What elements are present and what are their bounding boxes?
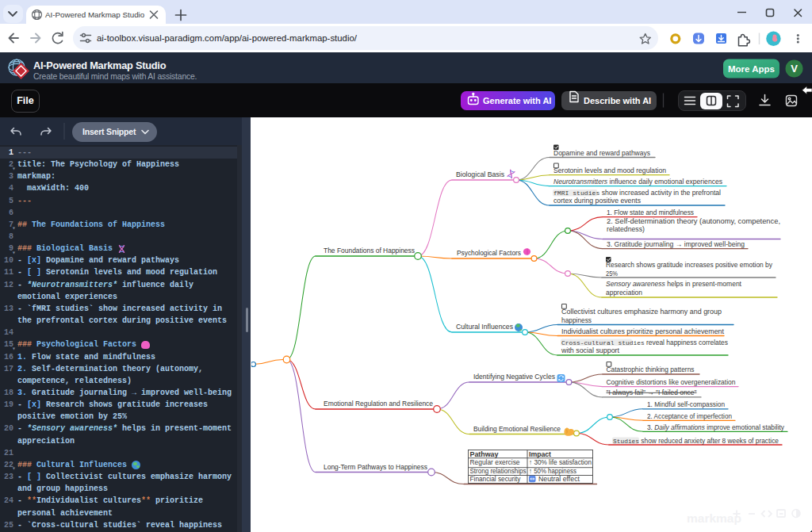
- svg-text:1. Flow state and mindfulness: 1. Flow state and mindfulness: [607, 209, 694, 216]
- svg-text:Cross-cultural studies reveal: Cross-cultural studies reveal happiness …: [561, 339, 728, 346]
- svg-text:with social support: with social support: [561, 346, 620, 354]
- svg-text:3. Daily affirmations improve: 3. Daily affirmations improve emotional …: [647, 423, 785, 431]
- svg-text:Impact: Impact: [529, 450, 551, 458]
- svg-text:Cultural Influences: Cultural Influences: [456, 323, 514, 331]
- svg-text:"I always fail" → "I failed on: "I always fail" → "I failed once": [607, 388, 697, 396]
- svg-text:Psychological Factors: Psychological Factors: [457, 249, 522, 257]
- svg-text:Research shows gratitude incre: Research shows gratitude increases posit…: [606, 261, 773, 269]
- svg-text:3. Gratitude journaling → impr: 3. Gratitude journaling → improved well-…: [607, 240, 745, 248]
- svg-text:Financial security: Financial security: [470, 475, 522, 483]
- svg-text:relatedness): relatedness): [607, 225, 645, 233]
- svg-text:More Apps: More Apps: [728, 64, 775, 74]
- svg-text:Strong relationships: Strong relationships: [470, 467, 527, 475]
- svg-text:Building Emotional Resilience: Building Emotional Resilience: [473, 425, 561, 433]
- svg-text:markmap: markmap: [687, 511, 741, 525]
- svg-text:Biological Basis: Biological Basis: [456, 170, 505, 178]
- svg-text:cortex during positive events: cortex during positive events: [553, 197, 641, 205]
- svg-text:Neutral effect: Neutral effect: [538, 475, 580, 483]
- svg-text:Dopamine and reward pathways: Dopamine and reward pathways: [553, 149, 650, 157]
- svg-text:2. Acceptance of imperfection: 2. Acceptance of imperfection: [647, 412, 732, 420]
- svg-text:Studies show reduced anxiety a: Studies show reduced anxiety after 8 wee…: [613, 437, 779, 445]
- svg-text:Catastrophic thinking patterns: Catastrophic thinking patterns: [607, 366, 695, 373]
- svg-text:Identifying Negative Cycles: Identifying Negative Cycles: [473, 373, 556, 381]
- svg-text:↑ 50% happiness: ↑ 50% happiness: [529, 467, 577, 475]
- svg-text:V: V: [791, 63, 798, 75]
- svg-text:Serotonin levels and mood regu: Serotonin levels and mood regulation: [553, 166, 666, 174]
- svg-text:Individualist cultures priorit: Individualist cultures prioritize person…: [561, 327, 725, 335]
- svg-text:Long-Term Pathways to Happines: Long-Term Pathways to Happiness: [324, 463, 428, 471]
- svg-text:Cognitive distortions like ove: Cognitive distortions like overgeneraliz…: [607, 378, 736, 386]
- svg-text:fMRI studies show increased ac: fMRI studies show increased activity in …: [553, 189, 721, 197]
- svg-text:2. Self-determination theory (: 2. Self-determination theory (autonomy, …: [607, 217, 780, 225]
- svg-text:appreciation: appreciation: [606, 289, 642, 297]
- svg-text:Pathway: Pathway: [470, 450, 499, 458]
- svg-text:1. Mindful self-compassion: 1. Mindful self-compassion: [647, 400, 725, 408]
- svg-text:Emotional Regulation and Resil: Emotional Regulation and Resilience: [324, 400, 433, 408]
- svg-text:Sensory awareness helps in pre: Sensory awareness helps in present-momen…: [606, 280, 742, 288]
- svg-text:Regular exercise: Regular exercise: [470, 458, 520, 466]
- svg-text:↑ 30% life satisfaction: ↑ 30% life satisfaction: [529, 458, 592, 466]
- svg-text:The Foundations of Happiness: The Foundations of Happiness: [324, 247, 416, 255]
- svg-text:25%: 25%: [606, 270, 618, 277]
- svg-text:happiness: happiness: [561, 316, 592, 324]
- svg-text:Neurotransmitters influence da: Neurotransmitters influence daily emotio…: [553, 178, 722, 186]
- svg-text:Collectivist cultures emphasiz: Collectivist cultures emphasize harmony …: [561, 308, 722, 316]
